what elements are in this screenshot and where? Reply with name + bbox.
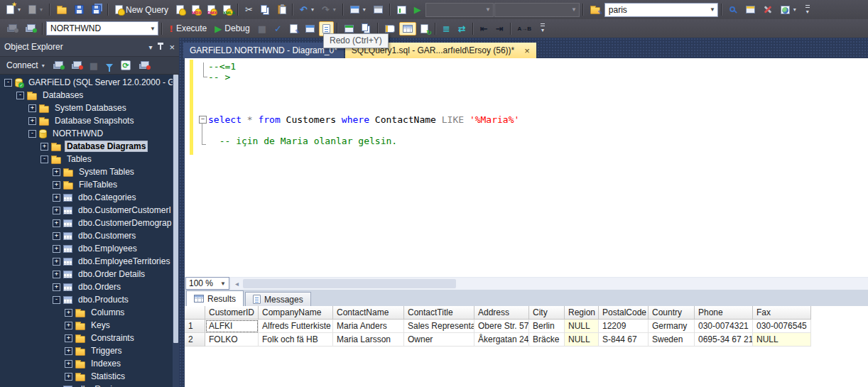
oe-refresh-button[interactable]: ⟳ [118, 58, 134, 72]
dmx-query-button[interactable]: DMX [204, 2, 219, 17]
stop-button[interactable]: ■ [254, 21, 270, 37]
grid-cell[interactable]: 030-0074321 [695, 320, 753, 333]
tree-item-triggers[interactable]: +Triggers [0, 344, 173, 357]
code-line[interactable] [208, 82, 868, 93]
new-item-button[interactable]: ★▾ [3, 2, 24, 17]
navigate-forward-button[interactable] [370, 3, 386, 16]
row-header[interactable]: 1 [185, 320, 205, 333]
tree-item-dbo-order-details[interactable]: +dbo.Order Details [0, 268, 173, 280]
expand-icon[interactable]: + [53, 181, 60, 189]
new-query-button[interactable]: New Query [112, 2, 172, 18]
messages-tab[interactable]: Messages [245, 292, 311, 306]
grid-cell[interactable]: 030-0076545 [753, 320, 811, 333]
column-header-address[interactable]: Address [474, 306, 529, 320]
expand-icon[interactable]: + [53, 245, 60, 253]
column-header-phone[interactable]: Phone [695, 306, 753, 320]
tree-item-databases[interactable]: -Databases [0, 89, 173, 102]
collapse-icon[interactable]: - [28, 130, 36, 138]
window-position-icon[interactable]: ▾ [148, 43, 152, 51]
query-options-button[interactable]: ✎ [286, 21, 301, 36]
uncomment-lines-button[interactable]: ⇄ [455, 21, 470, 37]
grid-cell[interactable]: Owner [404, 333, 474, 347]
tree-item-statistics[interactable]: +Statistics [0, 370, 173, 383]
scroll-left-arrow-icon[interactable]: ◂ [231, 280, 243, 288]
expand-icon[interactable]: + [28, 117, 36, 125]
code-line[interactable] [208, 125, 868, 136]
decrease-indent-button[interactable]: ⇤ [477, 21, 492, 37]
grid-cell[interactable]: ALFKI [205, 320, 259, 333]
toolbar-combo-1[interactable]: ▼ [425, 3, 494, 17]
debug-button[interactable]: ▶Debug [211, 21, 253, 37]
collapse-icon[interactable]: - [4, 79, 12, 87]
cut-button[interactable]: ✂ [242, 1, 256, 18]
code-line[interactable]: select * from Customers where ContactNam… [208, 114, 868, 125]
tree-item-dbo-categories[interactable]: +dbo.Categories [0, 191, 173, 204]
grid-cell[interactable]: NULL [753, 333, 811, 347]
oe-connect-dropdown[interactable]: Connect▾ [4, 58, 48, 72]
tree-item-dbo-customercustomeri[interactable]: +dbo.CustomerCustomerI [0, 204, 173, 217]
expand-icon[interactable]: + [53, 232, 60, 240]
expand-icon[interactable]: + [53, 207, 60, 214]
tree-item-columns[interactable]: +Columns [0, 306, 173, 319]
grid-cell[interactable]: FOLKO [205, 333, 259, 347]
find-combo[interactable]: paris▼ [604, 3, 718, 17]
tree-item-tables[interactable]: -Tables [0, 153, 173, 165]
change-connection-button[interactable] [21, 21, 39, 36]
scrollbar-thumb[interactable] [243, 279, 456, 288]
expand-icon[interactable]: + [65, 322, 72, 329]
column-header-fax[interactable]: Fax [753, 306, 811, 320]
tree-item-garfield-sql-server-12-0-2000-garf-e[interactable]: -GARFiELD (SQL Server 12.0.2000 - Garfıe [0, 76, 173, 89]
toolbox-button[interactable] [759, 2, 776, 17]
collapse-icon[interactable]: - [53, 296, 60, 304]
column-header-country[interactable]: Country [649, 306, 695, 320]
grid-cell[interactable]: Germany [649, 320, 695, 333]
redo-button[interactable]: ↷▾ [318, 1, 340, 18]
code-line[interactable]: --<=1 [208, 61, 868, 72]
grid-cell[interactable]: 12209 [599, 320, 649, 333]
tree-item-constraints[interactable]: +Constraints [0, 332, 173, 344]
close-icon[interactable]: × [524, 46, 530, 55]
expand-icon[interactable]: + [40, 143, 48, 151]
save-button[interactable] [71, 2, 87, 17]
increase-indent-button[interactable]: ⇥ [492, 21, 507, 37]
tree-item-dbo-customerdemograp[interactable]: +dbo.CustomerDemograp [0, 217, 173, 229]
column-header-city[interactable]: City [529, 306, 565, 320]
expand-icon[interactable]: + [53, 194, 60, 202]
expand-icon[interactable]: + [53, 283, 60, 291]
results-to-file-button[interactable]: ↻ [417, 21, 432, 36]
grid-cell[interactable]: NULL [565, 320, 599, 333]
expand-icon[interactable]: + [53, 258, 60, 266]
expand-icon[interactable]: + [65, 334, 72, 342]
oe-filter-button[interactable] [103, 60, 116, 70]
tree-item-dbo-customers[interactable]: +dbo.Customers [0, 229, 173, 242]
grid-cell[interactable]: Folk och fä HB [259, 333, 333, 347]
undo-button[interactable]: ↶▾ [296, 1, 318, 18]
expand-icon[interactable]: + [65, 360, 72, 368]
collapse-icon[interactable]: - [16, 92, 24, 99]
column-header-contactname[interactable]: ContactName [333, 306, 404, 320]
oe-disconnect-button[interactable] [68, 59, 85, 72]
tab-diagram[interactable]: GARFiELD.NORTHWND - Diagram_0* [183, 43, 344, 58]
code-line[interactable]: -- > [208, 72, 868, 82]
web-browser-button[interactable]: ▾ [777, 3, 800, 17]
find-in-files-button[interactable] [725, 3, 742, 17]
grid-cell[interactable]: Sweden [649, 333, 695, 347]
tree-item-dbo-employees[interactable]: +dbo.Employees [0, 242, 173, 255]
grid-cell[interactable]: Åkergatan 24 [474, 333, 529, 347]
xmla-query-button[interactable]: XMLA [219, 2, 234, 17]
tree-item-dbo-products[interactable]: -dbo.Products [0, 293, 173, 306]
tree-item-dbo-regi[interactable]: +dbo.Regi [0, 383, 173, 387]
copy-button[interactable] [257, 2, 273, 18]
open-file-button[interactable] [53, 2, 70, 17]
save-all-button[interactable] [88, 2, 104, 17]
row-header[interactable]: 2 [185, 333, 205, 347]
expand-icon[interactable]: + [53, 168, 60, 176]
add-item-button[interactable]: ▾ [25, 2, 46, 17]
database-combo[interactable]: NORTHWND▼ [46, 21, 158, 36]
close-icon[interactable]: × [169, 42, 175, 53]
expand-icon[interactable]: + [65, 347, 72, 355]
expand-icon[interactable]: + [28, 104, 36, 112]
parse-button[interactable]: ✓ [271, 21, 286, 37]
grid-cell[interactable]: NULL [565, 333, 599, 347]
start-button[interactable]: ▶ [411, 1, 425, 18]
